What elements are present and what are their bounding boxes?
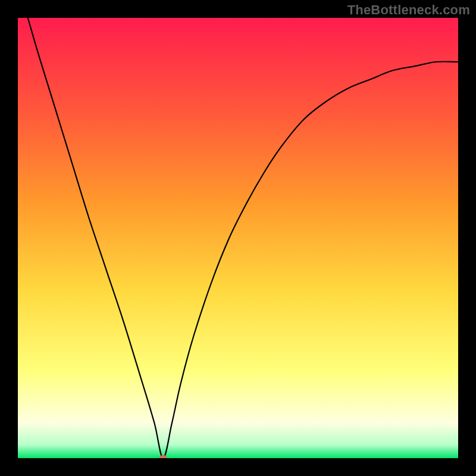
watermark-text: TheBottleneck.com bbox=[347, 2, 470, 18]
chart-svg bbox=[18, 18, 458, 458]
chart-frame: TheBottleneck.com bbox=[0, 0, 476, 476]
gradient-background bbox=[18, 18, 458, 458]
plot-area bbox=[18, 18, 458, 458]
